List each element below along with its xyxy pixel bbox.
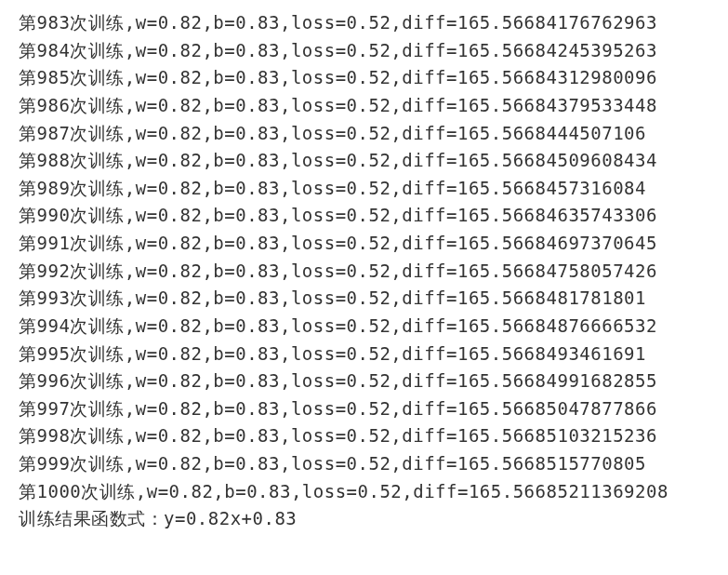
training-log-line: 第985次训练,w=0.82,b=0.83,loss=0.52,diff=165… xyxy=(19,64,709,92)
training-log-line: 第989次训练,w=0.82,b=0.83,loss=0.52,diff=165… xyxy=(19,175,709,203)
training-log-line: 第995次训练,w=0.82,b=0.83,loss=0.52,diff=165… xyxy=(19,341,709,368)
training-log-line: 第987次训练,w=0.82,b=0.83,loss=0.52,diff=165… xyxy=(19,120,709,148)
training-log-line: 第983次训练,w=0.82,b=0.83,loss=0.52,diff=165… xyxy=(19,9,709,37)
training-log-line: 第1000次训练,w=0.82,b=0.83,loss=0.52,diff=16… xyxy=(19,478,709,506)
training-log-line: 第984次训练,w=0.82,b=0.83,loss=0.52,diff=165… xyxy=(19,37,709,65)
training-log-line: 第990次训练,w=0.82,b=0.83,loss=0.52,diff=165… xyxy=(19,202,709,230)
training-log-line: 第993次训练,w=0.82,b=0.83,loss=0.52,diff=165… xyxy=(19,285,709,313)
training-log-line: 第986次训练,w=0.82,b=0.83,loss=0.52,diff=165… xyxy=(19,92,709,120)
result-formula: y=0.82x+0.83 xyxy=(164,508,297,528)
result-label: 训练结果函数式： xyxy=(19,508,164,528)
training-log-line: 第991次训练,w=0.82,b=0.83,loss=0.52,diff=165… xyxy=(19,230,709,258)
training-log-line: 第999次训练,w=0.82,b=0.83,loss=0.52,diff=165… xyxy=(19,450,709,478)
training-log-line: 第994次训练,w=0.82,b=0.83,loss=0.52,diff=165… xyxy=(19,313,709,341)
training-result: 训练结果函数式：y=0.82x+0.83 xyxy=(19,505,709,533)
training-log-line: 第988次训练,w=0.82,b=0.83,loss=0.52,diff=165… xyxy=(19,147,709,175)
training-log-line: 第998次训练,w=0.82,b=0.83,loss=0.52,diff=165… xyxy=(19,422,709,450)
training-log-line: 第997次训练,w=0.82,b=0.83,loss=0.52,diff=165… xyxy=(19,395,709,423)
training-log-line: 第992次训练,w=0.82,b=0.83,loss=0.52,diff=165… xyxy=(19,258,709,286)
training-log-output: 第983次训练,w=0.82,b=0.83,loss=0.52,diff=165… xyxy=(19,9,709,505)
training-log-line: 第996次训练,w=0.82,b=0.83,loss=0.52,diff=165… xyxy=(19,368,709,395)
